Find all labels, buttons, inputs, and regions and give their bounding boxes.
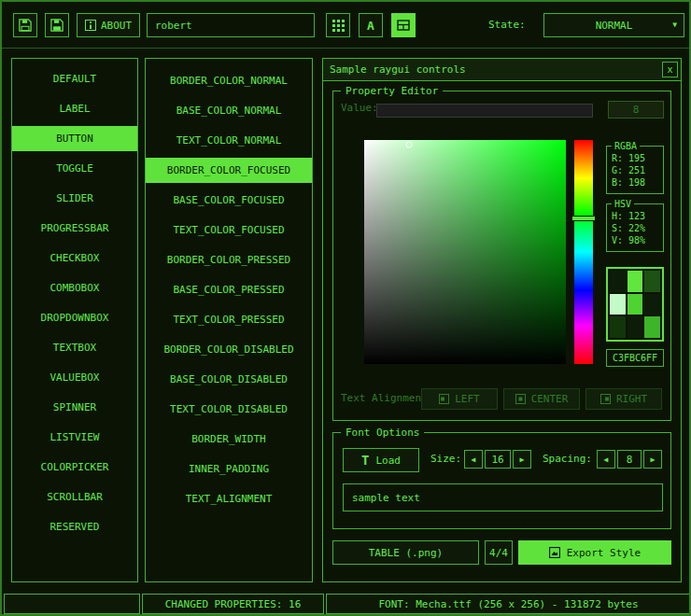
align-right-label: RIGHT [616,393,647,405]
control-item-colorpicker[interactable]: COLORPICKER [12,455,137,480]
control-item-slider[interactable]: SLIDER [12,186,137,211]
close-icon: x [667,59,672,80]
control-item-listview[interactable]: LISTVIEW [12,425,137,450]
style-color-palette [606,267,664,342]
font-a-label: A [367,19,374,33]
property-item-text-color-normal[interactable]: TEXT_COLOR_NORMAL [146,128,312,153]
rguistyler-window: ABOUT A State: NORMAL ▼ DEFAULT LABEL BU… [0,0,691,616]
property-item-border-color-normal[interactable]: BORDER_COLOR_NORMAL [146,68,312,93]
palette-cell-2[interactable] [644,271,660,292]
control-item-label[interactable]: LABEL [12,96,137,121]
rgba-group: RGBA R: 195 G: 251 B: 198 [606,146,664,194]
font-button[interactable]: A [359,13,383,37]
hsv-hue-value: H: 123 [607,210,663,222]
control-item-spinner[interactable]: SPINNER [12,395,137,420]
control-item-button[interactable]: BUTTON [12,126,137,151]
rgba-green-value: G: 251 [607,164,663,176]
about-button[interactable]: ABOUT [77,13,140,37]
export-icon [549,547,560,558]
color-picker-panel[interactable] [364,140,566,364]
palette-cell-3[interactable] [610,294,626,315]
font-info-text: FONT: Mecha.ttf (256 x 256) - 131872 byt… [378,598,638,610]
control-item-combobox[interactable]: COMBOBOX [12,275,137,301]
hex-color-value: C3FBC6FF [613,353,657,363]
export-pages-box[interactable]: 4/4 [485,540,513,565]
font-size-increase-button[interactable]: ▶ [513,450,531,469]
control-item-reserved[interactable]: RESERVED [12,514,137,539]
new-file-button[interactable] [13,13,37,37]
value-box-text: 8 [633,104,640,116]
font-size-value-box[interactable]: 16 [485,450,511,469]
palette-cell-6[interactable] [610,316,626,338]
property-item-text-color-disabled[interactable]: TEXT_COLOR_DISABLED [146,397,312,422]
state-label: State: [488,13,526,37]
state-dropdown[interactable]: NORMAL ▼ [543,13,684,37]
control-item-scrollbar[interactable]: SCROLLBAR [12,484,137,510]
window-close-button[interactable]: x [662,62,678,77]
hue-bar[interactable] [574,140,593,364]
control-item-valuebox[interactable]: VALUEBOX [12,365,137,390]
style-table-view-button[interactable] [391,13,416,37]
hsv-group-label: HSV [612,198,634,210]
control-item-textbox[interactable]: TEXTBOX [12,335,137,360]
property-item-base-color-normal[interactable]: BASE_COLOR_NORMAL [146,98,312,123]
font-load-button[interactable]: T Load [343,448,419,472]
align-center-label: CENTER [531,393,569,405]
property-editor-group: Property Editor Value: 8 RGBA R: 195 G: … [332,91,671,421]
font-size-value: 16 [491,454,503,466]
property-item-text-alignment[interactable]: TEXT_ALIGNMENT [146,486,312,511]
align-right-button[interactable]: RIGHT [585,388,662,410]
property-item-border-color-pressed[interactable]: BORDER_COLOR_PRESSED [146,247,312,273]
font-spacing-increase-button[interactable]: ▶ [643,450,662,469]
palette-cell-0[interactable] [610,271,626,292]
font-spacing-value: 8 [627,454,633,466]
hue-bar-handle[interactable] [571,216,596,221]
control-item-checkbox[interactable]: CHECKBOX [12,245,137,271]
align-left-label: LEFT [455,393,480,405]
palette-cell-5[interactable] [644,294,660,315]
control-item-toggle[interactable]: TOGGLE [12,156,137,181]
toolbar: ABOUT A State: NORMAL ▼ [2,2,689,49]
property-item-text-color-focused[interactable]: TEXT_COLOR_FOCUSED [146,217,312,243]
value-box[interactable]: 8 [608,101,664,119]
export-style-button[interactable]: Export Style [518,540,671,565]
control-item-dropdownbox[interactable]: DROPDOWNBOX [12,305,137,330]
property-item-border-width[interactable]: BORDER_WIDTH [146,427,312,452]
align-center-button[interactable]: CENTER [503,388,580,410]
color-picker-cursor[interactable] [405,141,412,147]
save-style-button[interactable] [45,13,69,37]
style-name-input[interactable] [147,13,315,37]
property-item-border-color-focused[interactable]: BORDER_COLOR_FOCUSED [146,158,312,183]
palette-cell-8[interactable] [644,316,660,338]
property-item-base-color-disabled[interactable]: BASE_COLOR_DISABLED [146,367,312,392]
font-options-group: Font Options T Load Size: ◀ 16 ▶ Spacing… [332,432,671,529]
hex-color-value-box[interactable]: C3FBC6FF [606,349,664,367]
value-label: Value: [341,102,378,114]
export-format-label: TABLE (.png) [369,547,443,559]
align-left-icon [439,394,449,404]
property-item-inner-padding[interactable]: INNER_PADDING [146,456,312,482]
align-left-button[interactable]: LEFT [421,388,498,410]
style-grid-button[interactable] [326,13,350,37]
right-arrow-icon: ▶ [651,455,656,464]
palette-cell-1[interactable] [628,271,643,292]
font-spacing-decrease-button[interactable]: ◀ [597,450,615,469]
property-item-text-color-pressed[interactable]: TEXT_COLOR_PRESSED [146,307,312,332]
sample-text-input[interactable] [343,483,663,511]
property-item-border-color-disabled[interactable]: BORDER_COLOR_DISABLED [146,337,312,362]
control-item-default[interactable]: DEFAULT [12,66,137,91]
value-slider[interactable] [376,104,593,118]
font-size-decrease-button[interactable]: ◀ [464,450,483,469]
window-titlebar[interactable]: Sample raygui controls x [323,59,681,81]
hsv-value-value: V: 98% [607,234,663,246]
palette-cell-7[interactable] [628,316,643,338]
export-format-dropdown[interactable]: TABLE (.png) [332,540,479,565]
changed-properties-text: CHANGED PROPERTIES: 16 [165,598,302,610]
export-pages-value: 4/4 [489,547,508,559]
palette-cell-4[interactable] [628,294,643,315]
property-item-base-color-focused[interactable]: BASE_COLOR_FOCUSED [146,188,312,213]
font-spacing-value-box[interactable]: 8 [617,450,642,469]
property-editor-group-label: Property Editor [341,84,443,98]
property-item-base-color-pressed[interactable]: BASE_COLOR_PRESSED [146,277,312,302]
control-item-progressbar[interactable]: PROGRESSBAR [12,216,137,241]
